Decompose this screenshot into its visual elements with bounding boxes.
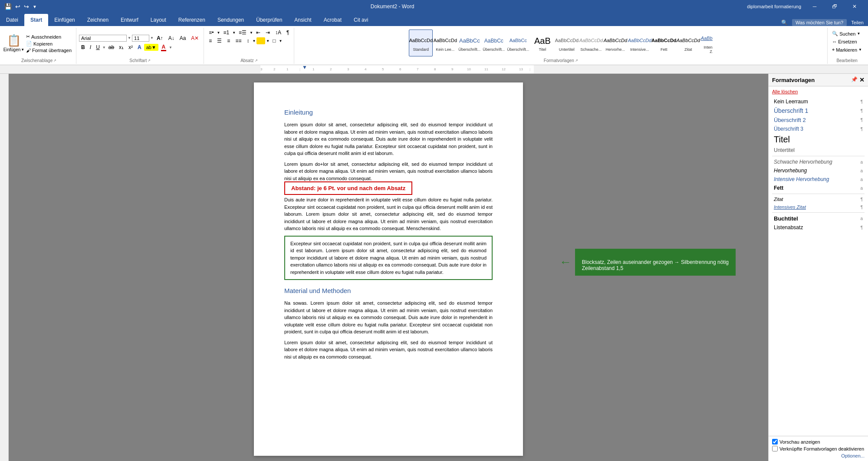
style-hervorhe[interactable]: AaBbCcDd Hervorhe... [603, 30, 627, 56]
panel-style-ueberschrift2[interactable]: Überschrift 2 ¶ [772, 116, 865, 124]
panel-style-fett[interactable]: Fett a [772, 184, 865, 192]
subscript-button[interactable]: x₁ [117, 43, 126, 51]
formatvorlagen-expand-icon[interactable]: ↗ [575, 59, 578, 63]
font-size-dropdown-icon[interactable]: ▼ [150, 36, 154, 40]
justify-button[interactable]: ≡≡ [233, 37, 243, 45]
cut-button[interactable]: ✂ Ausschneiden [24, 33, 73, 40]
font-size-input[interactable] [132, 35, 149, 42]
clear-format-button[interactable]: A✕ [189, 34, 201, 42]
schriftart-expand-icon[interactable]: ↗ [148, 59, 151, 63]
tab-ansicht[interactable]: Ansicht [288, 14, 317, 26]
document-area[interactable]: Einleitung Lorem ipsum dolor sit amet, c… [9, 74, 768, 461]
align-right-button[interactable]: ≡ [225, 37, 232, 45]
panel-close-icon[interactable]: ✕ [859, 76, 865, 83]
tab-referenzen[interactable]: Referenzen [172, 14, 211, 26]
underline-button[interactable]: U [94, 43, 102, 51]
style-standard[interactable]: AaBbCcDd Standard [409, 30, 433, 56]
search-button[interactable]: 🔍 Suchen ▼ [830, 30, 862, 37]
border-button[interactable]: □ [270, 37, 278, 45]
vorschau-checkbox-label[interactable]: Vorschau anzeigen [772, 439, 865, 445]
search-dropdown-icon[interactable]: ▼ [857, 32, 860, 36]
minimize-button[interactable]: ─ [805, 0, 825, 13]
share-button[interactable]: Teilen [851, 20, 864, 25]
search-input[interactable]: Was möchten Sie tun? [792, 19, 847, 26]
tab-entwurf[interactable]: Entwurf [115, 14, 145, 26]
text-highlight-button[interactable]: ab▼ [144, 44, 158, 51]
style-schwache[interactable]: AaBbCcDd Schwache... [579, 30, 603, 56]
panel-style-buchtitel[interactable]: Buchtitel a [772, 214, 865, 223]
increase-indent-button[interactable]: ⇥ [263, 29, 272, 36]
panel-style-titel[interactable]: Titel [772, 134, 865, 145]
customize-qat-icon[interactable]: ▼ [32, 3, 38, 10]
save-icon[interactable]: 💾 [3, 2, 13, 11]
tab-sendungen[interactable]: Sendungen [211, 14, 250, 26]
copy-button[interactable]: 📄 Kopieren [24, 40, 73, 47]
sort-button[interactable]: ↕A [273, 29, 283, 36]
style-intensive[interactable]: AaBbCcDd Intensive... [628, 30, 651, 56]
panel-style-zitat[interactable]: Zitat ¶ [772, 196, 865, 203]
tab-einfuegen[interactable]: Einfügen [48, 14, 81, 26]
change-case-button[interactable]: Aa [178, 34, 188, 42]
tab-citavi[interactable]: Cit avi [348, 14, 374, 26]
absatz-expand-icon[interactable]: ↗ [255, 59, 258, 63]
bold-button[interactable]: B [79, 43, 87, 51]
style-ueberschrift3[interactable]: AaBbCc Überschrift... [506, 30, 530, 56]
number-dropdown-icon[interactable]: ▼ [232, 31, 236, 35]
optionen-link[interactable]: Optionen... [841, 453, 865, 458]
vorschau-checkbox[interactable] [772, 439, 778, 445]
bullet-dropdown-icon[interactable]: ▼ [217, 31, 220, 35]
border-dropdown-icon[interactable]: ▼ [279, 39, 282, 43]
superscript-button[interactable]: x² [126, 43, 135, 51]
font-name-input[interactable] [79, 35, 127, 42]
zwischenablage-expand-icon[interactable]: ↗ [53, 59, 56, 63]
font-color-button[interactable]: A [159, 43, 168, 52]
style-kein-lee[interactable]: AaBbCcDd Kein Lee... [433, 30, 457, 56]
restore-button[interactable]: 🗗 [825, 0, 845, 13]
bullet-list-button[interactable]: ≡• [207, 29, 216, 36]
panel-style-intensive-hervorhebung[interactable]: Intensive Hervorhebung a [772, 175, 865, 183]
align-center-button[interactable]: ☰ [215, 37, 224, 45]
underline-dropdown-icon[interactable]: ▼ [102, 46, 106, 49]
style-zitat[interactable]: AaBbCcDd Zitat [676, 30, 700, 56]
style-ueberschrift2[interactable]: AaBbCc Überschrift... [482, 30, 506, 56]
text-effect-button[interactable]: A [135, 43, 144, 51]
style-ueberschrift1[interactable]: AaBbCc Überschrift... [457, 30, 481, 56]
verknuepfte-checkbox[interactable] [772, 446, 778, 451]
redo-icon[interactable]: ↪ [23, 2, 30, 11]
tab-start[interactable]: Start [24, 14, 48, 26]
italic-button[interactable]: I [88, 43, 93, 51]
line-spacing-button[interactable]: ↕ [244, 37, 251, 45]
style-fett[interactable]: AaBbCcDd Fett [652, 30, 676, 56]
undo-icon[interactable]: ↩ [14, 2, 21, 11]
alle-loeschen-link[interactable]: Alle löschen [772, 89, 865, 94]
panel-style-intensives-zitat[interactable]: Intensives Zitat ¶ [772, 204, 865, 211]
paste-dropdown-arrow[interactable]: ▼ [21, 48, 24, 52]
tab-datei[interactable]: Datei [0, 14, 24, 26]
increase-font-button[interactable]: A↑ [155, 34, 165, 42]
panel-style-kein-leerraum[interactable]: Kein Leerraum ¶ [772, 98, 865, 105]
style-intensives-zitat[interactable]: AaBbCcDd Intensives Z... [700, 30, 713, 56]
multilevel-dropdown-icon[interactable]: ▼ [250, 31, 253, 35]
tab-zeichnen[interactable]: Zeichnen [81, 14, 115, 26]
shading-dropdown-icon[interactable]: ▼ [266, 39, 270, 43]
panel-style-untertitel[interactable]: Untertitel [772, 146, 865, 154]
line-spacing-dropdown-icon[interactable]: ▼ [252, 39, 256, 43]
paste-button[interactable]: 📋 Einfügen ▼ [4, 30, 23, 56]
tab-ueberpruefen[interactable]: Überprüfen [250, 14, 288, 26]
align-left-button[interactable]: ≡ [207, 37, 214, 45]
shading-button[interactable] [256, 37, 265, 44]
format-painter-button[interactable]: 🖌 Format übertragen [24, 47, 73, 53]
verknuepfte-checkbox-label[interactable]: Verknüpfte Formatvorlagen deaktivieren [772, 446, 865, 451]
decrease-font-button[interactable]: A↓ [166, 34, 177, 42]
panel-pin-icon[interactable]: 📌 [851, 76, 858, 83]
multilevel-list-button[interactable]: ≡☰ [237, 29, 249, 36]
style-untertitel[interactable]: AaBbCcDd Untertitel [555, 30, 579, 56]
tab-layout[interactable]: Layout [145, 14, 172, 26]
show-marks-button[interactable]: ¶ [284, 29, 291, 36]
close-button[interactable]: ✕ [845, 0, 865, 13]
panel-style-ueberschrift1[interactable]: Überschrift 1 ¶ [772, 106, 865, 115]
panel-style-ueberschrift3[interactable]: Überschrift 3 ¶ [772, 125, 865, 133]
number-list-button[interactable]: ≡1 [221, 29, 231, 36]
decrease-indent-button[interactable]: ⇤ [254, 29, 263, 36]
select-button[interactable]: ⌖ Markieren ▼ [830, 46, 864, 53]
